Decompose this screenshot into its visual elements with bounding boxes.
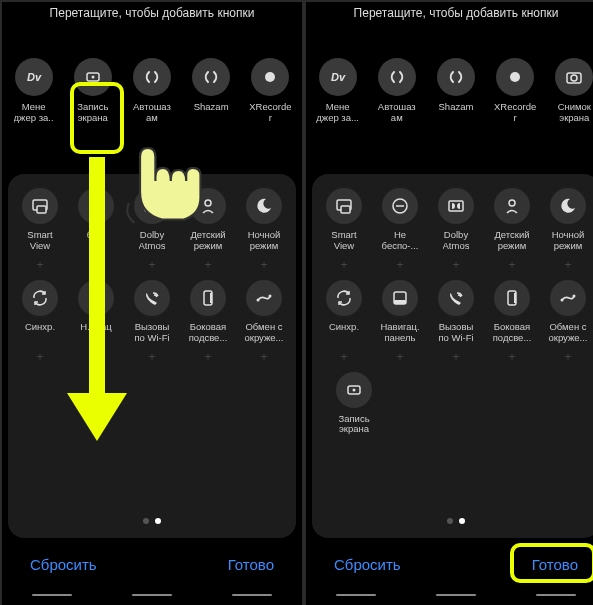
svg-rect-5	[37, 206, 46, 213]
tile-label: Вызовыпо Wi-Fi	[438, 322, 473, 344]
svg-point-8	[205, 200, 211, 206]
dot-icon	[78, 188, 114, 224]
kids-icon	[190, 188, 226, 224]
qs-tile-edge[interactable]: Боковаяподсве...	[484, 280, 540, 344]
svg-point-18	[571, 75, 577, 81]
tile-label: Н..игац...	[80, 322, 111, 344]
qs-tile-nav[interactable]: Н..игац...	[68, 280, 124, 344]
qs-tile-nav[interactable]: Навигац.панель	[372, 280, 428, 344]
qs-tile-dolby[interactable]: DolbyAtmos	[428, 188, 484, 252]
reset-button[interactable]: Сбросить	[334, 556, 401, 573]
tile-label: XRecorder	[249, 102, 291, 124]
plus-row-1: +++++	[316, 258, 593, 272]
qs-tile-record[interactable]: Записьэкрана	[65, 58, 121, 124]
moon-icon	[550, 188, 586, 224]
pager-dot-2[interactable]	[459, 518, 465, 524]
svg-point-13	[257, 298, 260, 301]
qs-tile-sync[interactable]: Синхр.	[12, 280, 68, 344]
done-button[interactable]: Готово	[228, 556, 274, 573]
reset-button[interactable]: Сбросить	[30, 556, 97, 573]
qs-tile-dv[interactable]: DvМенеджер за...	[310, 58, 366, 124]
tile-label: Детскийрежим	[190, 230, 225, 252]
screen-before: Перетащите, чтобы добавить кнопки DvМене…	[2, 2, 302, 605]
tile-label: Обмен сокруже...	[548, 322, 587, 344]
qs-tile-smartview[interactable]: SmartView	[12, 188, 68, 252]
wificall-icon	[438, 280, 474, 316]
qs-tile-shazam[interactable]: Автошазам	[124, 58, 180, 124]
tile-label: Записьэкрана	[77, 102, 108, 124]
tile-label: Синхр.	[329, 322, 359, 333]
tile-label: Обмен сокруже...	[244, 322, 283, 344]
sync-icon	[326, 280, 362, 316]
dolby-icon	[134, 188, 170, 224]
tile-label: Детскийрежим	[494, 230, 529, 252]
qs-tile-share[interactable]: Обмен сокруже...	[236, 280, 292, 344]
kids-icon	[494, 188, 530, 224]
tile-label: Автошазам	[133, 102, 171, 124]
pager-dot-1[interactable]	[447, 518, 453, 524]
svg-rect-7	[145, 201, 159, 211]
tile-label: DolbyAtmos	[443, 230, 470, 252]
smartview-icon	[326, 188, 362, 224]
qs-tile-kids[interactable]: Детскийрежим	[484, 188, 540, 252]
nav-icon	[78, 280, 114, 316]
tile-label: Shazam	[439, 102, 474, 113]
shazam-icon	[192, 58, 230, 96]
qs-tile-moon[interactable]: Ночнойрежим	[540, 188, 593, 252]
dv-icon: Dv	[319, 58, 357, 96]
svg-point-24	[509, 200, 515, 206]
svg-text:Dv: Dv	[331, 71, 346, 83]
nav-icon	[382, 280, 418, 316]
plus-row-2: +++++	[316, 350, 593, 364]
qs-tile-edge[interactable]: Боковаяподсве...	[180, 280, 236, 344]
panel-row-1: SmartViewб.....DolbyAtmosДетскийрежимНоч…	[12, 188, 292, 252]
tile-label: Боковаяподсве...	[189, 322, 228, 344]
qs-tile-camera[interactable]: Снимокэкрана	[546, 58, 593, 124]
qs-tile-dv[interactable]: DvМенеджер за..	[6, 58, 62, 124]
qs-tile-dot[interactable]: XRecorder	[242, 58, 298, 124]
svg-point-32	[353, 388, 356, 391]
header-text: Перетащите, чтобы добавить кнопки	[2, 2, 302, 28]
svg-rect-26	[394, 300, 406, 304]
qs-tile-dnd[interactable]: Небеспо-...	[372, 188, 428, 252]
svg-text:Dv: Dv	[27, 71, 42, 83]
qs-tile-dot[interactable]: XRecorder	[487, 58, 543, 124]
tile-label: Вызовыпо Wi-Fi	[134, 322, 169, 344]
dolby-icon	[438, 188, 474, 224]
pager-dot-1[interactable]	[143, 518, 149, 524]
qs-tile-smartview[interactable]: SmartView	[316, 188, 372, 252]
nav-bar	[306, 587, 593, 605]
tile-label: Менеджер за..	[14, 102, 54, 124]
tile-label: Навигац.панель	[380, 322, 419, 344]
tile-label: Небеспо-...	[382, 230, 419, 252]
done-button[interactable]: Готово	[532, 556, 578, 573]
smartview-icon	[22, 188, 58, 224]
qs-tile-moon[interactable]: Ночнойрежим	[236, 188, 292, 252]
qs-tile-kids[interactable]: Детскийрежим	[180, 188, 236, 252]
record-icon	[336, 372, 372, 408]
pager	[12, 506, 292, 528]
panel-row-3: Записьэкрана	[316, 372, 593, 436]
qs-tile-wificall[interactable]: Вызовыпо Wi-Fi	[428, 280, 484, 344]
screen-after: Перетащите, чтобы добавить кнопки DvМене…	[306, 2, 593, 605]
qs-tile-dot[interactable]: б.....	[68, 188, 124, 252]
qs-tile-shazam[interactable]: Автошазам	[369, 58, 425, 124]
qs-tile-dolby[interactable]: DolbyAtmos	[124, 188, 180, 252]
qs-tile-shazam[interactable]: Shazam	[428, 58, 484, 124]
share-icon	[246, 280, 282, 316]
qs-tile-record[interactable]: Записьэкрана	[326, 372, 382, 436]
svg-point-14	[269, 294, 272, 297]
share-icon	[550, 280, 586, 316]
header-text: Перетащите, чтобы добавить кнопки	[306, 2, 593, 28]
tile-label: Боковаяподсве...	[493, 322, 532, 344]
qs-tile-wificall[interactable]: Вызовыпо Wi-Fi	[124, 280, 180, 344]
svg-rect-10	[90, 300, 102, 304]
qs-tile-sync[interactable]: Синхр.	[316, 280, 372, 344]
tile-label: SmartView	[27, 230, 52, 252]
pager-dot-2[interactable]	[155, 518, 161, 524]
qs-tile-share[interactable]: Обмен сокруже...	[540, 280, 593, 344]
qs-tile-shazam[interactable]: Shazam	[183, 58, 239, 124]
plus-row-2: +++++	[12, 350, 292, 364]
svg-point-29	[561, 298, 564, 301]
tile-label: Менеджер за...	[316, 102, 359, 124]
